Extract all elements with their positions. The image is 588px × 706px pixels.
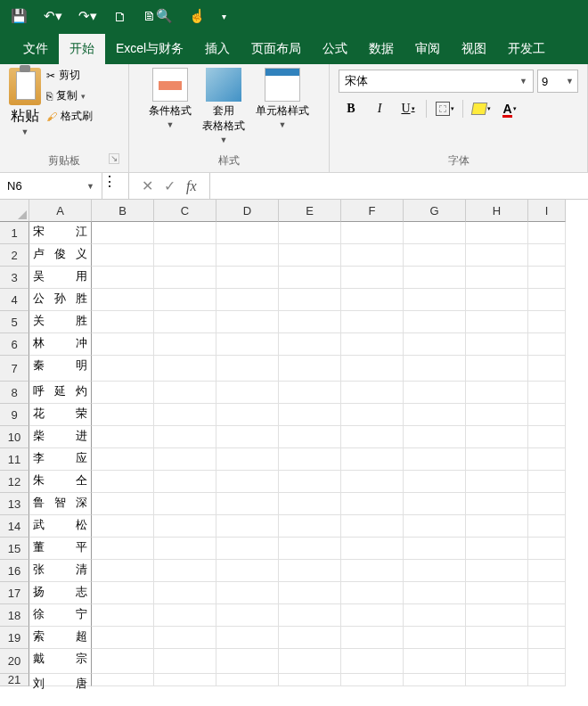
column-header-A[interactable]: A (29, 200, 92, 222)
cell-A4[interactable]: 公孙胜 (29, 289, 92, 311)
conditional-format-button[interactable]: 条件格式 ▼ (149, 68, 192, 144)
cell-A6[interactable]: 林 冲 (29, 333, 92, 356)
cell-C3[interactable] (154, 267, 216, 289)
cell-D20[interactable] (216, 649, 279, 674)
cell-H20[interactable] (466, 649, 528, 674)
row-header-9[interactable]: 9 (0, 404, 29, 426)
row-header-20[interactable]: 20 (0, 649, 29, 674)
cell-C18[interactable] (154, 604, 216, 627)
cell-I9[interactable] (528, 404, 566, 426)
column-header-F[interactable]: F (341, 200, 404, 222)
cell-A21[interactable]: 刘 唐 (29, 674, 92, 686)
cell-A13[interactable]: 鲁智深 (29, 493, 92, 515)
cell-A12[interactable]: 朱 仝 (29, 471, 92, 493)
row-header-1[interactable]: 1 (0, 222, 29, 244)
tab-1[interactable]: 开始 (59, 34, 105, 64)
tab-4[interactable]: 页面布局 (241, 34, 312, 64)
cell-B9[interactable] (92, 404, 154, 426)
cell-D5[interactable] (216, 311, 279, 333)
cell-B11[interactable] (92, 448, 154, 471)
cell-E11[interactable] (279, 448, 341, 471)
border-button[interactable]: ▾ (432, 98, 457, 119)
cell-F1[interactable] (341, 222, 404, 244)
cell-A9[interactable]: 花 荣 (29, 404, 92, 426)
cell-H8[interactable] (466, 382, 528, 404)
cell-A11[interactable]: 李 应 (29, 448, 92, 471)
cell-E9[interactable] (279, 404, 341, 426)
cancel-icon[interactable]: ✕ (142, 177, 153, 194)
cell-A7[interactable]: 秦 明 (29, 356, 92, 382)
tab-5[interactable]: 公式 (312, 34, 358, 64)
row-header-14[interactable]: 14 (0, 515, 29, 538)
cell-H10[interactable] (466, 426, 528, 448)
cell-C1[interactable] (154, 222, 216, 244)
cell-C19[interactable] (154, 627, 216, 649)
cell-D8[interactable] (216, 382, 279, 404)
cell-D18[interactable] (216, 604, 279, 627)
cell-B7[interactable] (92, 356, 154, 382)
cell-H9[interactable] (466, 404, 528, 426)
cell-B2[interactable] (92, 244, 154, 267)
row-header-21[interactable]: 21 (0, 674, 29, 686)
font-color-button[interactable]: A▾ (497, 98, 522, 119)
cell-H2[interactable] (466, 244, 528, 267)
cell-E7[interactable] (279, 356, 341, 382)
font-name-select[interactable]: 宋体 ▼ (339, 70, 534, 93)
underline-button[interactable]: U▾ (396, 98, 421, 119)
cell-A18[interactable]: 徐 宁 (29, 604, 92, 627)
row-header-11[interactable]: 11 (0, 448, 29, 471)
cell-G9[interactable] (404, 404, 466, 426)
formula-input[interactable] (210, 173, 588, 199)
cell-G11[interactable] (404, 448, 466, 471)
cell-H3[interactable] (466, 267, 528, 289)
cell-A8[interactable]: 呼延灼 (29, 382, 92, 404)
cell-A19[interactable]: 索 超 (29, 627, 92, 649)
cell-G5[interactable] (404, 311, 466, 333)
cell-F17[interactable] (341, 582, 404, 604)
cell-F2[interactable] (341, 244, 404, 267)
row-header-10[interactable]: 10 (0, 426, 29, 448)
cell-G19[interactable] (404, 627, 466, 649)
fx-icon[interactable]: fx (186, 178, 197, 194)
cell-E13[interactable] (279, 493, 341, 515)
bold-button[interactable]: B (339, 98, 363, 119)
row-header-8[interactable]: 8 (0, 382, 29, 404)
cell-H6[interactable] (466, 333, 528, 356)
cell-H21[interactable] (466, 674, 528, 686)
cell-F11[interactable] (341, 448, 404, 471)
cell-G3[interactable] (404, 267, 466, 289)
clipboard-launcher-icon[interactable]: ↘ (109, 153, 119, 164)
cell-H12[interactable] (466, 471, 528, 493)
cell-H18[interactable] (466, 604, 528, 627)
cell-F16[interactable] (341, 560, 404, 582)
cell-I17[interactable] (528, 582, 566, 604)
cell-G7[interactable] (404, 356, 466, 382)
cell-G8[interactable] (404, 382, 466, 404)
cell-H7[interactable] (466, 356, 528, 382)
row-header-16[interactable]: 16 (0, 560, 29, 582)
cell-B6[interactable] (92, 333, 154, 356)
cell-D21[interactable] (216, 674, 279, 686)
cell-F3[interactable] (341, 267, 404, 289)
column-header-H[interactable]: H (466, 200, 528, 222)
cell-E17[interactable] (279, 582, 341, 604)
cell-I11[interactable] (528, 448, 566, 471)
cell-E19[interactable] (279, 627, 341, 649)
cell-D1[interactable] (216, 222, 279, 244)
cell-D15[interactable] (216, 538, 279, 560)
cell-B16[interactable] (92, 560, 154, 582)
tab-2[interactable]: Excel与财务 (105, 34, 194, 64)
cell-G14[interactable] (404, 515, 466, 538)
cell-H19[interactable] (466, 627, 528, 649)
cell-H16[interactable] (466, 560, 528, 582)
cell-G13[interactable] (404, 493, 466, 515)
cell-F9[interactable] (341, 404, 404, 426)
cell-F8[interactable] (341, 382, 404, 404)
font-size-select[interactable]: 9 ▼ (537, 70, 578, 93)
cell-B21[interactable] (92, 674, 154, 686)
cell-G4[interactable] (404, 289, 466, 311)
cell-D7[interactable] (216, 356, 279, 382)
print-preview-icon[interactable]: 🗎🔍 (143, 8, 173, 24)
row-header-18[interactable]: 18 (0, 604, 29, 627)
cell-C6[interactable] (154, 333, 216, 356)
